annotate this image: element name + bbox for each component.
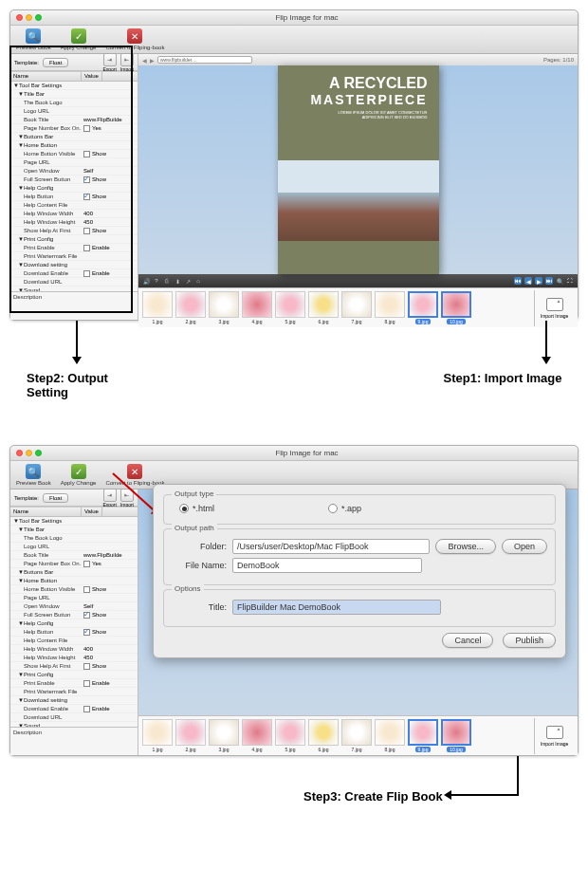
cancel-button[interactable]: Cancel (442, 633, 493, 648)
thumbnail[interactable]: 10.jpg (441, 719, 471, 752)
main-window-1: Flip Image for mac 🔍Preview Book ✓Apply … (9, 9, 579, 321)
thumbnail-strip: 1.jpg 2.jpg 3.jpg 4.jpg 5.jpg 6.jpg 7.jp… (138, 715, 578, 755)
thumbnail[interactable]: 5.jpg (275, 291, 305, 324)
filename-input[interactable]: DemoBook (232, 558, 422, 573)
arrow-icon (545, 321, 547, 363)
home-icon[interactable]: ⌂ (194, 277, 202, 285)
convert-button[interactable]: ✕Convert to Fliping-book (105, 28, 164, 50)
window-title: Flip Image for mac (42, 449, 572, 457)
step2-label: Step2: Output Setting (27, 371, 147, 399)
thumbnail[interactable]: 9.jpg (408, 291, 438, 324)
browser-bar: ◀ ▶ www.flipbuilder.... Pages: 1/10 (138, 54, 578, 65)
minimize-icon[interactable] (26, 14, 32, 21)
export-button[interactable]: ⇥ (103, 489, 117, 502)
thumbnail[interactable]: 10.jpg (441, 291, 471, 324)
thumbnail[interactable]: 1.jpg (142, 291, 173, 324)
download-icon[interactable]: ⬇ (174, 277, 181, 285)
url-field[interactable]: www.flipbuilder.... (157, 56, 252, 64)
open-button[interactable]: Open (502, 539, 547, 554)
close-icon[interactable] (16, 14, 23, 21)
sound-icon[interactable]: 🔊 (142, 277, 150, 285)
check-icon: ✓ (71, 464, 86, 479)
convert-icon: ✕ (127, 464, 142, 479)
thumbnail[interactable]: 8.jpg (375, 719, 405, 752)
apply-change-button[interactable]: ✓Apply Change (61, 464, 97, 486)
zoom-icon[interactable]: 🔍 (556, 277, 563, 285)
thumbnail[interactable]: 3.jpg (209, 719, 239, 752)
prev-icon[interactable]: ◀ (524, 277, 532, 285)
import-button[interactable]: ⇤ (120, 53, 134, 66)
radio-icon (328, 504, 338, 513)
thumbnail[interactable]: 3.jpg (209, 291, 239, 324)
preview-book-button[interactable]: 🔍Preview Book (16, 28, 51, 50)
close-icon[interactable] (16, 450, 23, 456)
radio-app[interactable]: *.app (328, 504, 361, 513)
output-type-group: Output type *.html *.app (163, 494, 556, 525)
publish-button[interactable]: Publish (503, 633, 556, 648)
book-page[interactable]: A RECYCLED MASTERPIECE LOREM IPSUM DOLOR… (278, 65, 439, 274)
first-icon[interactable]: ⏮ (514, 277, 522, 285)
help-icon[interactable]: ? (153, 277, 160, 285)
template-select[interactable]: Float (43, 493, 68, 503)
output-path-group: Output path Folder: /Users/user/Desktop/… (163, 528, 556, 585)
export-button[interactable]: ⇥ (103, 53, 117, 66)
forward-icon[interactable]: ▶ (150, 57, 155, 64)
traffic-lights[interactable] (16, 14, 42, 21)
thumbnail[interactable]: 7.jpg (341, 291, 372, 324)
image-icon (546, 726, 563, 739)
titlebar: Flip Image for mac (10, 446, 578, 461)
convert-icon: ✕ (127, 28, 142, 44)
arrow-icon (517, 756, 519, 794)
next-icon[interactable]: ▶ (535, 277, 542, 285)
publish-dialog: Output type *.html *.app Output path Fol… (153, 484, 566, 658)
fullscreen-icon[interactable]: ⛶ (566, 277, 574, 285)
import-image-button[interactable]: Import Image (534, 290, 574, 326)
print-icon[interactable]: ⎙ (163, 277, 171, 285)
thumbnail[interactable]: 6.jpg (308, 719, 339, 752)
radio-html[interactable]: *.html (179, 504, 214, 513)
back-icon[interactable]: ◀ (142, 57, 147, 64)
main-toolbar: 🔍Preview Book ✓Apply Change ✕Convert to … (10, 26, 578, 54)
preview-area: ◀ ▶ www.flipbuilder.... Pages: 1/10 A RE… (138, 54, 578, 287)
step3-label: Step3: Create Flip Book (303, 789, 443, 804)
template-bar: Template: Float ⇥Export ⇤Import (10, 54, 138, 71)
arrow-icon (76, 321, 78, 363)
browse-button[interactable]: Browse... (435, 539, 496, 554)
arrow-icon (444, 790, 451, 800)
thumbnail[interactable]: 4.jpg (242, 291, 272, 324)
preview-book-button[interactable]: 🔍Preview Book (16, 464, 51, 486)
property-table[interactable]: NameValue ▼Tool Bar Settings ▼Title Bar … (10, 507, 138, 727)
step1-label: Step1: Import Image (417, 371, 588, 385)
search-icon: 🔍 (26, 464, 41, 479)
folder-input[interactable]: /Users/user/Desktop/Mac FlipBook (232, 539, 430, 554)
zoom-icon[interactable] (35, 14, 42, 21)
property-table[interactable]: NameValue ▼Tool Bar Settings ▼Title Bar … (10, 71, 138, 291)
title-input[interactable]: FlipBuilder Mac DemoBook (232, 600, 441, 615)
last-icon[interactable]: ⏭ (545, 277, 553, 285)
share-icon[interactable]: ↗ (184, 277, 192, 285)
titlebar: Flip Image for mac (10, 10, 578, 26)
check-icon: ✓ (71, 28, 86, 44)
thumbnail[interactable]: 4.jpg (242, 719, 272, 752)
import-image-button[interactable]: Import Image (534, 718, 574, 754)
traffic-lights[interactable] (16, 450, 42, 456)
thumbnail[interactable]: 6.jpg (308, 291, 339, 324)
thumbnail[interactable]: 5.jpg (275, 719, 305, 752)
main-window-2: Flip Image for mac 🔍Preview Book ✓Apply … (9, 445, 579, 756)
thumbnail[interactable]: 2.jpg (175, 719, 206, 752)
description-box: Description (10, 291, 138, 320)
radio-icon (179, 504, 189, 513)
settings-panel: Template:Float ⇥Export ⇤Import NameValue… (10, 490, 138, 755)
minimize-icon[interactable] (26, 450, 32, 456)
thumbnail[interactable]: 8.jpg (375, 291, 405, 324)
zoom-icon[interactable] (35, 450, 42, 456)
thumbnail[interactable]: 7.jpg (341, 719, 372, 752)
thumbnail[interactable]: 9.jpg (408, 719, 438, 752)
thumbnail[interactable]: 1.jpg (142, 719, 173, 752)
image-icon (546, 298, 563, 311)
options-group: Options Title: FlipBuilder Mac DemoBook (163, 589, 556, 627)
thumbnail-strip: 1.jpg 2.jpg 3.jpg 4.jpg 5.jpg 6.jpg 7.jp… (138, 287, 578, 327)
apply-change-button[interactable]: ✓Apply Change (61, 28, 97, 50)
template-select[interactable]: Float (43, 58, 68, 67)
thumbnail[interactable]: 2.jpg (175, 291, 206, 324)
